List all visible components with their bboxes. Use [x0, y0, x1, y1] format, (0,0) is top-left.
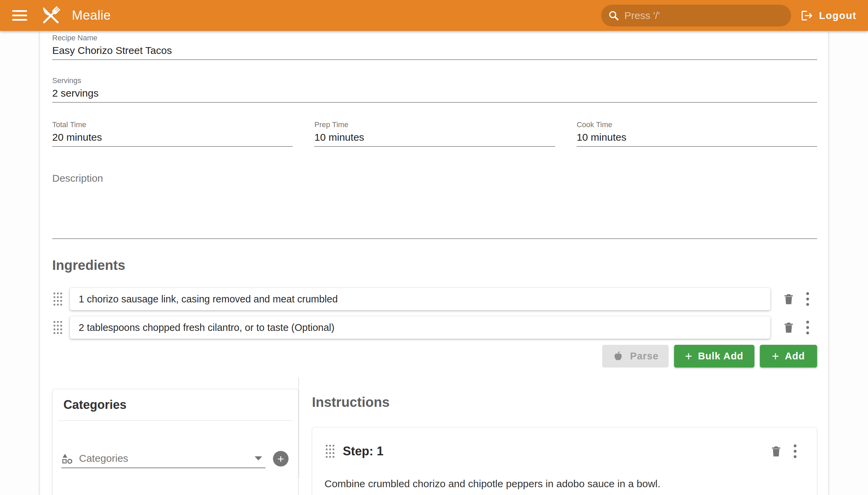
trash-icon	[782, 292, 796, 306]
drag-handle-icon[interactable]	[52, 320, 64, 335]
app-title: Mealie	[72, 8, 111, 23]
search-icon	[608, 10, 619, 21]
mealie-logo-icon	[38, 3, 64, 29]
logout-button[interactable]: Logout	[801, 9, 856, 22]
instruction-step-card: Step: 1 Combine crumbled chorizo	[312, 427, 817, 495]
chevron-down-icon	[255, 456, 262, 460]
parse-label: Parse	[630, 351, 659, 362]
divider	[58, 421, 293, 421]
categories-card-title: Categories	[53, 397, 298, 412]
apple-icon	[612, 351, 624, 362]
total-time-input[interactable]	[52, 130, 293, 145]
delete-ingredient-button[interactable]	[779, 318, 798, 337]
app-bar: Mealie Logout	[0, 0, 868, 31]
drag-handle-icon[interactable]	[52, 292, 64, 306]
step-menu-button[interactable]	[786, 442, 805, 461]
categories-select[interactable]: Categories	[62, 449, 266, 468]
prep-time-input[interactable]	[314, 130, 555, 145]
total-time-label: Total Time	[52, 120, 293, 130]
recipe-name-label: Recipe Name	[52, 33, 817, 43]
kebab-menu-icon	[793, 444, 797, 459]
recipe-name-input[interactable]	[52, 43, 817, 58]
instructions-title: Instructions	[312, 394, 817, 410]
mealie-recipe-editor: Mealie Logout Recipe Name Servings	[0, 0, 868, 495]
parse-button[interactable]: Parse	[602, 345, 669, 368]
step-text[interactable]: Combine crumbled chorizo and chipotle pe…	[324, 477, 805, 491]
cook-time-input[interactable]	[577, 130, 817, 145]
servings-label: Servings	[52, 75, 817, 86]
ingredients-title: Ingredients	[52, 257, 817, 273]
ingredient-row	[52, 316, 817, 339]
ingredient-menu-button[interactable]	[798, 318, 817, 337]
search-input[interactable]	[624, 10, 773, 21]
ingredient-list	[52, 288, 817, 339]
delete-ingredient-button[interactable]	[779, 290, 798, 309]
ingredient-row	[52, 288, 817, 310]
recipe-form-card: Recipe Name Servings Total Time Prep Tim…	[40, 31, 828, 495]
ingredient-input[interactable]	[79, 294, 762, 305]
bulk-add-label: Bulk Add	[698, 351, 743, 362]
plus-icon: +	[277, 452, 284, 465]
add-category-button[interactable]: +	[273, 451, 289, 466]
description-field	[52, 173, 817, 239]
delete-step-button[interactable]	[767, 442, 786, 461]
plus-icon: +	[685, 350, 692, 362]
kebab-menu-icon	[806, 320, 810, 335]
trash-icon	[782, 321, 796, 334]
shapes-icon	[62, 453, 73, 464]
menu-icon[interactable]	[9, 5, 31, 27]
servings-input[interactable]	[52, 86, 817, 101]
total-time-field: Total Time	[52, 120, 293, 147]
recipe-name-field: Recipe Name	[52, 33, 817, 60]
categories-column: Categories Categories	[52, 377, 299, 479]
ingredient-input[interactable]	[79, 322, 762, 333]
prep-time-label: Prep Time	[314, 120, 555, 130]
description-input[interactable]	[52, 173, 817, 237]
times-row: Total Time Prep Time Cook Time	[52, 120, 817, 147]
logout-icon	[801, 9, 813, 22]
trash-icon	[769, 444, 783, 458]
search-box[interactable]	[601, 5, 791, 27]
cook-time-field: Cook Time	[577, 120, 817, 147]
bottom-columns: Categories Categories	[52, 377, 817, 479]
drag-handle-icon[interactable]	[324, 444, 336, 458]
ingredient-menu-button[interactable]	[798, 290, 817, 309]
add-label: Add	[785, 351, 805, 362]
cook-time-label: Cook Time	[577, 120, 817, 130]
plus-icon: +	[772, 350, 780, 362]
prep-time-field: Prep Time	[314, 120, 555, 147]
step-title: Step: 1	[343, 444, 767, 458]
instructions-column: Instructions Step: 1	[299, 377, 817, 479]
add-ingredient-button[interactable]: + Add	[760, 345, 817, 368]
bulk-add-button[interactable]: + Bulk Add	[674, 345, 754, 368]
logout-label: Logout	[819, 10, 856, 21]
categories-card: Categories Categories	[52, 389, 299, 495]
ingredient-actions: Parse + Bulk Add + Add	[52, 345, 817, 368]
categories-select-label: Categories	[79, 453, 255, 464]
kebab-menu-icon	[806, 292, 810, 307]
servings-field: Servings	[52, 75, 817, 103]
